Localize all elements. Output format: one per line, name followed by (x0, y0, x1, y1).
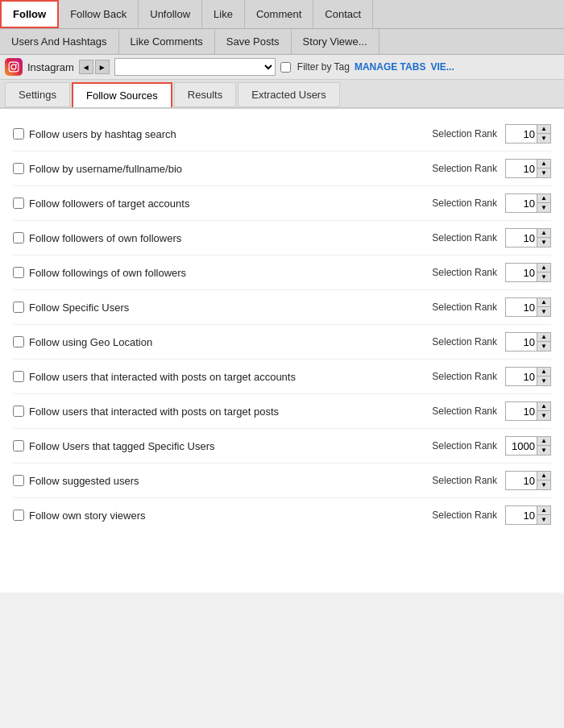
ig-toolbar: Instagram ◄ ► Filter by Tag MANAGE TABS … (0, 55, 564, 80)
rank-spin-down-5[interactable]: ▼ (537, 307, 550, 316)
option-checkbox-5[interactable] (13, 302, 24, 313)
option-row-8: Follow users that interacted with posts … (13, 394, 551, 429)
rank-spin-down-9[interactable]: ▼ (537, 446, 550, 455)
option-label-1: Follow by username/fullname/bio (29, 163, 424, 175)
rank-spin-up-4[interactable]: ▲ (537, 264, 550, 272)
rank-spin-down-8[interactable]: ▼ (537, 411, 550, 420)
rank-spin-down-10[interactable]: ▼ (537, 480, 550, 489)
rank-input-8[interactable] (506, 402, 537, 420)
rank-label-10: Selection Rank (432, 475, 497, 486)
rank-spin-up-6[interactable]: ▲ (537, 333, 550, 342)
rank-spin-up-2[interactable]: ▲ (537, 194, 550, 203)
rank-input-wrap-4: ▲▼ (505, 263, 551, 282)
view-link[interactable]: VIE... (430, 61, 454, 73)
rank-input-3[interactable] (506, 229, 537, 247)
instagram-logo (5, 58, 23, 76)
rank-input-0[interactable] (506, 125, 537, 143)
rank-input-6[interactable] (506, 333, 537, 351)
rank-spin-down-11[interactable]: ▼ (537, 515, 550, 524)
rank-input-10[interactable] (506, 472, 537, 489)
ig-nav-buttons: ◄ ► (79, 60, 110, 74)
rank-spin-down-6[interactable]: ▼ (537, 342, 550, 351)
rank-spin-up-5[interactable]: ▲ (537, 298, 550, 307)
rank-spin-up-1[interactable]: ▲ (537, 160, 550, 168)
rank-input-9[interactable] (506, 437, 537, 455)
rank-label-2: Selection Rank (432, 198, 497, 209)
rank-spinners-8: ▲▼ (537, 402, 550, 420)
rank-spin-up-7[interactable]: ▲ (537, 368, 550, 376)
option-checkbox-4[interactable] (13, 267, 24, 278)
ig-nav-left[interactable]: ◄ (79, 60, 93, 74)
option-checkbox-0[interactable] (13, 128, 24, 139)
nav-row1: FollowFollow BackUnfollowLikeCommentCont… (0, 0, 564, 29)
nav-row2: Users And HashtagsLike CommentsSave Post… (0, 29, 564, 55)
rank-spin-down-2[interactable]: ▼ (537, 203, 550, 212)
rank-input-wrap-2: ▲▼ (505, 193, 551, 213)
option-checkbox-3[interactable] (13, 232, 24, 243)
option-label-4: Follow followings of own followers (29, 267, 424, 279)
nav1-btn-comment[interactable]: Comment (245, 0, 313, 28)
rank-spin-down-4[interactable]: ▼ (537, 272, 550, 281)
rank-spin-down-1[interactable]: ▼ (537, 168, 550, 177)
rank-input-wrap-10: ▲▼ (505, 471, 551, 490)
nav1-btn-contact[interactable]: Contact (313, 0, 373, 28)
filter-by-tag-checkbox[interactable] (280, 62, 291, 73)
rank-input-7[interactable] (506, 368, 537, 385)
rank-input-1[interactable] (506, 160, 537, 177)
option-checkbox-1[interactable] (13, 163, 24, 174)
option-label-3: Follow followers of own followers (29, 232, 424, 244)
rank-input-4[interactable] (506, 264, 537, 281)
nav2-btn-users-and-hashtags[interactable]: Users And Hashtags (0, 29, 119, 54)
svg-point-2 (15, 64, 17, 65)
nav1-btn-follow-back[interactable]: Follow Back (59, 0, 139, 28)
rank-spin-up-11[interactable]: ▲ (537, 506, 550, 515)
manage-tabs-link[interactable]: MANAGE TABS (355, 61, 425, 73)
option-checkbox-2[interactable] (13, 198, 24, 209)
rank-input-wrap-8: ▲▼ (505, 401, 551, 421)
rank-spin-down-0[interactable]: ▼ (537, 134, 550, 143)
rank-label-1: Selection Rank (432, 163, 497, 174)
option-row-0: Follow users by hashtag searchSelection … (13, 117, 551, 152)
ig-label: Instagram (27, 61, 74, 73)
rank-input-wrap-7: ▲▼ (505, 367, 551, 386)
nav1-btn-follow[interactable]: Follow (0, 0, 59, 28)
rank-input-wrap-1: ▲▼ (505, 159, 551, 178)
rank-spin-down-3[interactable]: ▼ (537, 238, 550, 247)
option-row-1: Follow by username/fullname/bioSelection… (13, 152, 551, 186)
nav2-btn-like-comments[interactable]: Like Comments (119, 29, 215, 54)
option-checkbox-7[interactable] (13, 371, 24, 382)
rank-spinners-9: ▲▼ (537, 437, 550, 455)
rank-spin-up-0[interactable]: ▲ (537, 125, 550, 134)
rank-label-7: Selection Rank (432, 371, 497, 382)
rank-input-2[interactable] (506, 194, 537, 212)
option-label-11: Follow own story viewers (29, 510, 424, 522)
main-content: Follow users by hashtag searchSelection … (0, 109, 564, 593)
rank-input-wrap-9: ▲▼ (505, 436, 551, 456)
sub-tab-follow-sources[interactable]: Follow Sources (72, 82, 172, 107)
sub-tab-settings[interactable]: Settings (5, 82, 70, 107)
rank-input-11[interactable] (506, 506, 537, 524)
option-checkbox-8[interactable] (13, 406, 24, 417)
option-row-4: Follow followings of own followersSelect… (13, 256, 551, 290)
nav2-btn-story-viewe...[interactable]: Story Viewe... (292, 29, 379, 54)
option-checkbox-11[interactable] (13, 510, 24, 521)
rank-label-6: Selection Rank (432, 336, 497, 347)
rank-spin-down-7[interactable]: ▼ (537, 376, 550, 385)
option-checkbox-9[interactable] (13, 440, 24, 451)
nav1-btn-unfollow[interactable]: Unfollow (139, 0, 202, 28)
rank-spin-up-8[interactable]: ▲ (537, 402, 550, 411)
ig-nav-right[interactable]: ► (95, 60, 110, 74)
nav1-btn-like[interactable]: Like (202, 0, 245, 28)
rank-spin-up-9[interactable]: ▲ (537, 437, 550, 446)
rank-input-wrap-6: ▲▼ (505, 332, 551, 352)
rank-input-5[interactable] (506, 298, 537, 316)
rank-spinners-7: ▲▼ (537, 368, 550, 385)
rank-spin-up-10[interactable]: ▲ (537, 472, 550, 480)
ig-account-dropdown[interactable] (114, 58, 276, 76)
option-checkbox-6[interactable] (13, 336, 24, 347)
option-checkbox-10[interactable] (13, 475, 24, 486)
sub-tab-results[interactable]: Results (174, 82, 236, 107)
rank-spin-up-3[interactable]: ▲ (537, 229, 550, 238)
nav2-btn-save-posts[interactable]: Save Posts (215, 29, 292, 54)
sub-tab-extracted-users[interactable]: Extracted Users (238, 82, 339, 107)
